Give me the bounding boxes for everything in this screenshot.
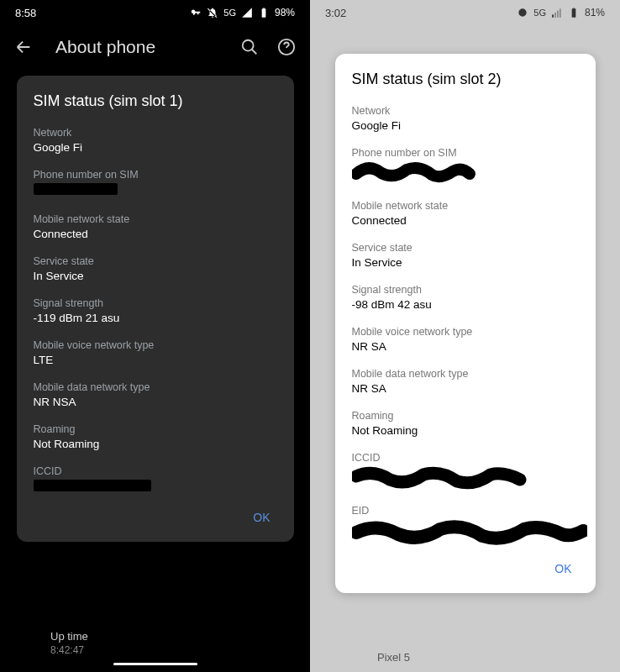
status-time: 3:02 — [325, 7, 346, 19]
battery-icon — [258, 7, 270, 18]
home-indicator[interactable] — [113, 663, 197, 665]
help-button[interactable] — [275, 35, 298, 59]
svg-rect-3 — [554, 13, 556, 18]
mobile-network-state-value: Connected — [34, 228, 277, 240]
signal-strength-value: -119 dBm 21 asu — [34, 312, 277, 324]
network-label: Network — [352, 105, 579, 117]
status-time: 8:58 — [15, 7, 36, 19]
uptime-value: 8:42:47 — [50, 644, 260, 656]
data-network-value: NR SA — [352, 382, 579, 395]
net-type: 5G — [223, 8, 236, 18]
ok-button[interactable]: OK — [554, 562, 571, 575]
signal-strength-label: Signal strength — [34, 297, 277, 309]
dialog-title: SIM status (sim slot 2) — [352, 71, 579, 88]
signal-icon — [241, 7, 253, 18]
signal-strength-value: -98 dBm 42 asu — [352, 298, 579, 311]
network-value: Google Fi — [34, 141, 277, 154]
signal-strength-label: Signal strength — [352, 284, 579, 296]
redacted-iccid — [352, 466, 520, 490]
redacted-phone-number — [34, 183, 118, 195]
iccid-label: ICCID — [34, 465, 277, 477]
signal-icon — [551, 7, 563, 18]
mobile-network-state-label: Mobile network state — [34, 213, 277, 225]
net-type: 5G — [533, 8, 546, 18]
svg-rect-2 — [552, 14, 554, 18]
service-state-value: In Service — [34, 270, 277, 282]
roaming-value: Not Roaming — [352, 424, 579, 437]
svg-point-0 — [243, 40, 254, 51]
voice-network-label: Mobile voice network type — [352, 326, 579, 338]
service-state-value: In Service — [352, 256, 579, 269]
sim-status-dialog: SIM status (sim slot 2) Network Google F… — [335, 54, 596, 593]
data-network-label: Mobile data network type — [352, 368, 579, 380]
dnd-icon — [207, 7, 218, 18]
service-state-label: Service state — [352, 242, 579, 254]
roaming-value: Not Roaming — [34, 438, 277, 450]
ok-button[interactable]: OK — [253, 511, 270, 524]
redacted-iccid — [34, 480, 151, 491]
eid-label: EID — [352, 505, 579, 517]
svg-rect-5 — [560, 8, 561, 17]
search-button[interactable] — [238, 35, 261, 59]
redacted-eid — [352, 519, 587, 546]
back-button[interactable] — [12, 35, 35, 59]
phone-number-label: Phone number on SIM — [34, 169, 277, 181]
battery-pct: 98% — [275, 7, 295, 18]
roaming-label: Roaming — [352, 410, 579, 422]
network-label: Network — [34, 127, 277, 139]
uptime-label: Up time — [50, 630, 260, 643]
data-network-value: NR NSA — [34, 396, 277, 408]
mobile-network-state-value: Connected — [352, 214, 579, 227]
mobile-network-state-label: Mobile network state — [352, 200, 579, 212]
svg-rect-4 — [557, 11, 559, 18]
page-title: About phone — [49, 37, 224, 57]
phone-number-label: Phone number on SIM — [352, 147, 579, 159]
data-network-label: Mobile data network type — [34, 381, 277, 393]
voice-network-value: LTE — [34, 354, 277, 366]
key-icon — [190, 7, 202, 18]
sim-status-dialog: SIM status (sim slot 1) Network Google F… — [17, 76, 294, 542]
device-label: Pixel 5 — [377, 651, 410, 664]
voice-network-label: Mobile voice network type — [34, 339, 277, 351]
redacted-phone-number — [352, 161, 520, 185]
voice-network-value: NR SA — [352, 340, 579, 353]
battery-pct: 81% — [585, 7, 605, 18]
iccid-label: ICCID — [352, 452, 579, 464]
dialog-title: SIM status (sim slot 1) — [34, 92, 277, 110]
battery-icon — [568, 7, 580, 18]
service-state-label: Service state — [34, 255, 277, 267]
network-value: Google Fi — [352, 119, 579, 132]
roaming-label: Roaming — [34, 423, 277, 435]
alarm-icon — [517, 7, 528, 18]
